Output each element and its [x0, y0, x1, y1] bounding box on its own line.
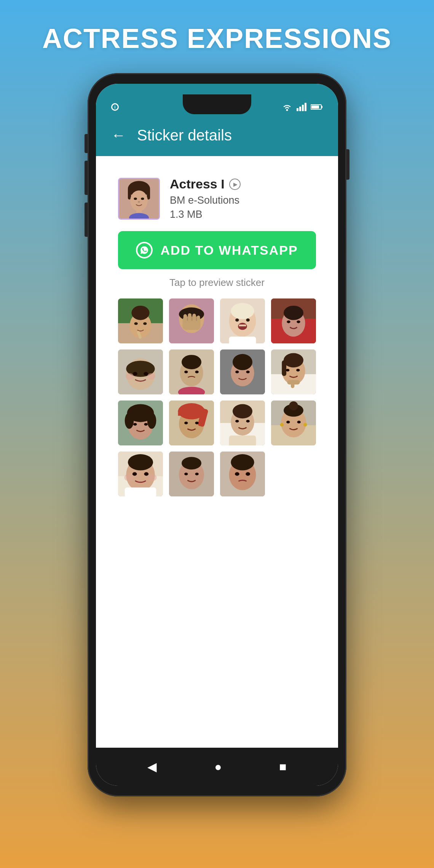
page-title: ACTRESS EXPRESSIONS	[42, 23, 392, 54]
sticker-item[interactable]	[118, 400, 163, 445]
volume-down-button	[85, 161, 88, 195]
main-content: Actress I ▶ BM e-Solutions 1.3 MB	[96, 156, 338, 748]
svg-point-76	[286, 369, 289, 372]
svg-rect-35	[197, 316, 200, 324]
svg-point-63	[195, 370, 198, 373]
sticker-item[interactable]	[271, 400, 316, 445]
sticker-item[interactable]	[220, 400, 265, 445]
svg-rect-3	[302, 105, 304, 111]
svg-rect-4	[305, 103, 306, 111]
svg-point-40	[235, 319, 239, 322]
svg-rect-75	[282, 360, 286, 376]
sticker-item[interactable]	[271, 298, 316, 343]
svg-point-117	[124, 474, 134, 481]
svg-point-77	[296, 369, 300, 372]
signal-icon	[296, 103, 307, 111]
svg-rect-10	[128, 187, 131, 199]
svg-rect-44	[229, 337, 256, 343]
svg-point-125	[184, 472, 188, 475]
wifi-icon	[282, 103, 292, 111]
svg-point-110	[303, 423, 307, 426]
svg-point-87	[144, 423, 147, 426]
svg-point-107	[286, 421, 290, 423]
svg-point-57	[126, 373, 134, 380]
sticker-detail-card: Actress I ▶ BM e-Solutions 1.3 MB	[107, 165, 327, 508]
svg-point-51	[297, 321, 300, 323]
svg-point-100	[246, 420, 249, 423]
svg-rect-1	[297, 108, 298, 111]
svg-point-74	[284, 353, 303, 367]
svg-rect-101	[229, 436, 256, 445]
svg-point-85	[147, 413, 156, 429]
svg-point-58	[147, 373, 155, 380]
whatsapp-icon	[136, 242, 153, 258]
preview-hint: Tap to preview sticker	[118, 277, 316, 289]
svg-rect-7	[311, 105, 319, 108]
svg-point-93	[184, 421, 188, 424]
svg-point-61	[182, 355, 201, 369]
svg-point-114	[128, 454, 153, 470]
svg-point-41	[246, 319, 249, 322]
svg-point-62	[184, 370, 188, 373]
svg-rect-34	[192, 314, 196, 323]
svg-point-24	[143, 322, 147, 325]
svg-point-39	[231, 303, 254, 319]
sticker-item[interactable]	[118, 349, 163, 394]
app-bar: ← Sticker details	[96, 114, 338, 156]
sticker-grid	[118, 298, 316, 496]
svg-point-130	[235, 472, 239, 475]
svg-point-99	[235, 420, 239, 423]
svg-rect-6	[321, 106, 322, 108]
svg-point-124	[182, 457, 201, 469]
sticker-item[interactable]	[169, 452, 214, 496]
svg-point-86	[133, 423, 137, 426]
phone-body: i	[88, 73, 346, 796]
sticker-item[interactable]	[220, 452, 265, 496]
play-icon[interactable]: ▶	[229, 179, 241, 190]
sticker-size: 1.3 MB	[170, 209, 316, 220]
svg-point-55	[133, 372, 137, 375]
sticker-item[interactable]	[220, 298, 265, 343]
back-button[interactable]: ←	[111, 127, 126, 144]
svg-point-12	[130, 190, 148, 211]
app-bar-title: Sticker details	[137, 127, 232, 144]
silent-button	[85, 203, 88, 237]
sticker-item[interactable]	[169, 400, 214, 445]
svg-rect-2	[299, 107, 301, 111]
nav-recent-button[interactable]: ■	[279, 760, 286, 774]
sticker-item[interactable]	[118, 298, 163, 343]
svg-point-68	[233, 354, 252, 370]
svg-point-118	[148, 474, 157, 481]
sticker-info: Actress I ▶ BM e-Solutions 1.3 MB	[170, 177, 316, 220]
svg-point-13	[134, 197, 137, 199]
power-button	[346, 149, 349, 180]
svg-point-14	[141, 197, 144, 199]
notch	[183, 94, 251, 114]
svg-point-115	[132, 472, 137, 475]
sticker-item[interactable]	[118, 452, 163, 496]
sticker-item[interactable]	[169, 298, 214, 343]
svg-point-15	[138, 201, 140, 203]
nav-home-button[interactable]: ●	[214, 760, 222, 774]
svg-point-50	[287, 321, 290, 323]
svg-point-69	[235, 370, 239, 373]
phone-mockup: i	[88, 73, 346, 796]
add-button-label: ADD TO WHATSAPP	[160, 243, 298, 258]
sticker-item[interactable]	[220, 349, 265, 394]
svg-point-0	[286, 109, 288, 111]
svg-point-126	[195, 472, 198, 475]
add-to-whatsapp-button[interactable]: ADD TO WHATSAPP	[118, 231, 316, 269]
svg-point-116	[144, 472, 148, 475]
nav-back-button[interactable]: ◀	[147, 760, 157, 774]
svg-point-129	[231, 454, 254, 470]
sticker-item[interactable]	[169, 349, 214, 394]
sticker-name: Actress I	[170, 177, 225, 191]
svg-point-49	[284, 306, 303, 320]
sticker-item[interactable]	[271, 349, 316, 394]
volume-up-button	[85, 134, 88, 153]
bottom-navigation: ◀ ● ■	[96, 748, 338, 786]
svg-rect-32	[183, 314, 187, 323]
svg-point-98	[233, 404, 252, 418]
svg-rect-79	[291, 380, 294, 388]
sticker-publisher: BM e-Solutions	[170, 195, 316, 206]
